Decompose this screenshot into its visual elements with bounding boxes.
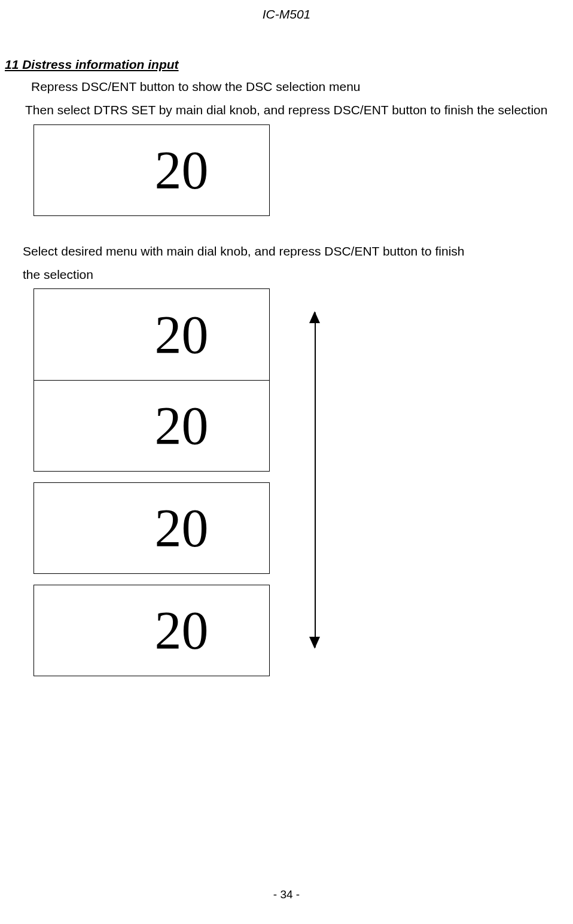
display-value-4: 20 — [155, 497, 209, 559]
lcd-display-3: 20 — [33, 380, 270, 472]
lcd-display-4: 20 — [33, 482, 270, 574]
display-value-2: 20 — [155, 304, 209, 366]
step2-text: Then select DTRS SET by main dial knob, … — [25, 99, 567, 122]
step3-line2: the selection — [23, 263, 573, 287]
step1-text: Repress DSC/ENT button to show the DSC s… — [31, 75, 573, 99]
header-model: IC-M501 — [0, 0, 573, 22]
lcd-display-5: 20 — [33, 585, 270, 676]
display-value-1: 20 — [155, 139, 209, 201]
step3-line1: Select desired menu with main dial knob,… — [23, 240, 573, 263]
lcd-display-2: 20 — [33, 288, 270, 380]
scroll-arrow-icon — [291, 312, 339, 648]
lcd-display-1: 20 — [33, 124, 270, 216]
display-value-3: 20 — [155, 395, 209, 457]
section-heading: 11 Distress information input — [5, 57, 573, 72]
page-number: - 34 - — [0, 888, 573, 901]
display-value-5: 20 — [155, 600, 209, 661]
